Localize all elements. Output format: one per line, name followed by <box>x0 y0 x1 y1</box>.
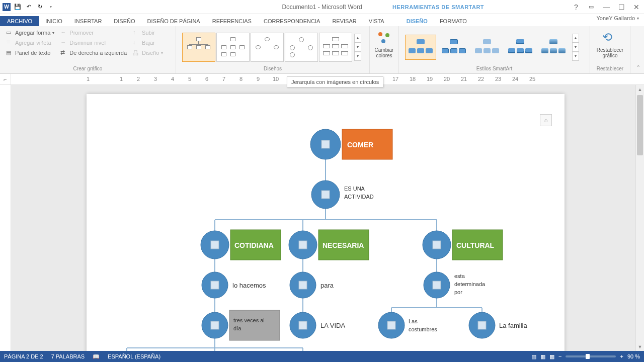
styles-scroll-down[interactable]: ▼ <box>572 43 579 52</box>
tab-smartart-format[interactable]: FORMATO <box>434 16 473 26</box>
status-language[interactable]: ESPAÑOL (ESPAÑA) <box>108 353 160 359</box>
tab-mailings[interactable]: CORRESPONDENCIA <box>258 16 326 26</box>
rtl-icon: ⇄ <box>60 49 67 56</box>
maximize-icon[interactable]: ☐ <box>614 1 629 13</box>
tab-page-layout[interactable]: DISEÑO DE PÁGINA <box>141 16 206 26</box>
ribbon-options-icon[interactable]: ▭ <box>584 1 599 13</box>
tab-view[interactable]: VISTA <box>363 16 390 26</box>
zoom-level[interactable]: 90 % <box>627 353 640 359</box>
rtl-button[interactable]: ⇄De derecha a izquierda <box>58 48 129 57</box>
add-shape-icon: ▭ <box>6 29 13 36</box>
minimize-icon[interactable]: — <box>599 1 614 13</box>
zoom-slider-thumb[interactable] <box>586 354 590 359</box>
svg-rect-21 <box>321 140 330 148</box>
group-smartart-styles: ▲ ▼ ▾ Estilos SmartArt <box>399 26 590 73</box>
help-icon[interactable]: ? <box>569 1 584 13</box>
layout-tooltip: Jerarquía con imágenes en círculos <box>287 76 383 87</box>
status-proofing-icon[interactable]: 📖 <box>93 353 100 360</box>
layout-thumb-3[interactable] <box>251 33 284 62</box>
svg-rect-43 <box>299 281 307 289</box>
change-colors-button[interactable]: Cambiar colores <box>374 28 394 60</box>
page: ⌂ <box>87 94 565 351</box>
demote-label: Disminuir nivel <box>69 40 106 46</box>
smartart-graphic[interactable]: ⌂ <box>97 109 554 351</box>
add-shape-label: Agregar forma <box>15 30 50 36</box>
scroll-thumb[interactable] <box>637 95 643 155</box>
zoom-in-icon[interactable]: + <box>620 353 623 359</box>
style-thumb-2[interactable] <box>438 35 469 60</box>
up-icon: ↑ <box>133 29 140 36</box>
group-change-colors: Cambiar colores <box>370 26 399 73</box>
add-bullet-button: ≣Agregar viñeta <box>4 38 56 47</box>
ribbon: ▭Agregar forma ▾ ≣Agregar viñeta ▤Panel … <box>0 26 644 74</box>
view-web-icon[interactable]: ▩ <box>549 353 554 360</box>
document-scroll[interactable]: ⌂ <box>11 85 644 351</box>
zoom-out-icon[interactable]: − <box>558 353 561 359</box>
tab-insert[interactable]: INSERTAR <box>68 16 108 26</box>
close-icon[interactable]: ✕ <box>629 1 644 13</box>
ribbon-tabs: ARCHIVO INICIO INSERTAR DISEÑO DISEÑO DE… <box>0 14 644 26</box>
style-thumb-1[interactable] <box>405 35 436 60</box>
redo-icon[interactable]: ↻ <box>35 3 44 12</box>
statusbar: PÁGINA 2 DE 2 7 PALABRAS 📖 ESPAÑOL (ESPA… <box>0 351 644 362</box>
add-shape-button[interactable]: ▭Agregar forma ▾ <box>4 28 56 37</box>
styles-scroll: ▲ ▼ ▾ <box>572 34 579 61</box>
svg-rect-52 <box>387 321 395 329</box>
layout-thumb-4[interactable] <box>285 33 318 62</box>
scroll-down-icon[interactable]: ▼ <box>636 342 644 351</box>
tab-review[interactable]: REVISAR <box>326 16 362 26</box>
view-read-icon[interactable]: ▤ <box>531 353 536 360</box>
quick-access-toolbar: W 💾 ↶ ↻ ▾ <box>0 3 57 12</box>
svg-rect-47 <box>433 241 441 249</box>
add-bullet-icon: ≣ <box>6 39 13 46</box>
tab-file[interactable]: ARCHIVO <box>0 16 39 26</box>
svg-rect-26 <box>211 241 219 249</box>
vertical-scrollbar[interactable]: ▲ ▼ <box>635 85 644 351</box>
qat-customize-icon[interactable]: ▾ <box>46 3 55 12</box>
node-es-una: ES UNAACTIVIDAD <box>344 186 374 200</box>
reset-graphic-button[interactable]: ⟲ Restablecer gráfico <box>594 28 626 60</box>
node-para: para <box>320 282 334 289</box>
status-words[interactable]: 7 PALABRAS <box>51 353 85 359</box>
svg-rect-45 <box>299 321 307 329</box>
svg-rect-31 <box>211 321 219 329</box>
layouts-more[interactable]: ▾ <box>354 52 361 61</box>
user-name: YoneY Gallardo <box>597 15 635 21</box>
styles-scroll-up[interactable]: ▲ <box>572 34 579 43</box>
ruler-vertical[interactable] <box>0 85 11 351</box>
status-page[interactable]: PÁGINA 2 DE 2 <box>4 353 43 359</box>
tab-smartart-design[interactable]: DISEÑO <box>400 16 434 26</box>
tab-design[interactable]: DISEÑO <box>108 16 141 26</box>
layout-thumb-2[interactable] <box>216 33 250 62</box>
style-thumb-5[interactable] <box>538 35 569 60</box>
layout-thumb-5[interactable] <box>319 33 352 62</box>
ruler-corner[interactable]: ⌐ <box>0 74 11 85</box>
undo-icon[interactable]: ↶ <box>24 3 33 12</box>
scroll-up-icon[interactable]: ▲ <box>636 85 644 94</box>
layouts-scroll-up[interactable]: ▲ <box>354 34 361 43</box>
view-print-icon[interactable]: ▦ <box>540 353 545 360</box>
smartart-layout-options-icon[interactable]: ⌂ <box>540 114 552 126</box>
reset-label: Restablecer gráfico <box>597 47 623 58</box>
save-icon[interactable]: 💾 <box>13 3 22 12</box>
tab-references[interactable]: REFERENCIAS <box>206 16 258 26</box>
text-pane-button[interactable]: ▤Panel de texto <box>4 48 56 57</box>
node-cultural: CULTURAL <box>456 241 495 249</box>
text-pane-label: Panel de texto <box>15 50 50 56</box>
document-area: ⌂ <box>0 85 644 351</box>
node-determinada: estadeterminadapor <box>454 273 486 295</box>
styles-more[interactable]: ▾ <box>572 52 579 61</box>
tab-home[interactable]: INICIO <box>39 16 68 26</box>
style-thumb-3[interactable] <box>471 35 503 60</box>
zoom-slider[interactable] <box>566 355 616 357</box>
up-label: Subir <box>142 30 155 36</box>
node-cotidiana: COTIDIANA <box>234 241 274 249</box>
layouts-scroll-down[interactable]: ▼ <box>354 43 361 52</box>
layout-thumb-1[interactable] <box>182 33 215 62</box>
titlebar: W 💾 ↶ ↻ ▾ Documento1 - Microsoft Word HE… <box>0 0 644 14</box>
user-account[interactable]: YoneY Gallardo ▾ <box>597 15 639 21</box>
svg-rect-50 <box>433 281 441 289</box>
node-familia: La familia <box>499 322 527 329</box>
style-thumb-4[interactable] <box>505 35 536 60</box>
collapse-ribbon-icon[interactable]: ⌃ <box>634 63 642 71</box>
